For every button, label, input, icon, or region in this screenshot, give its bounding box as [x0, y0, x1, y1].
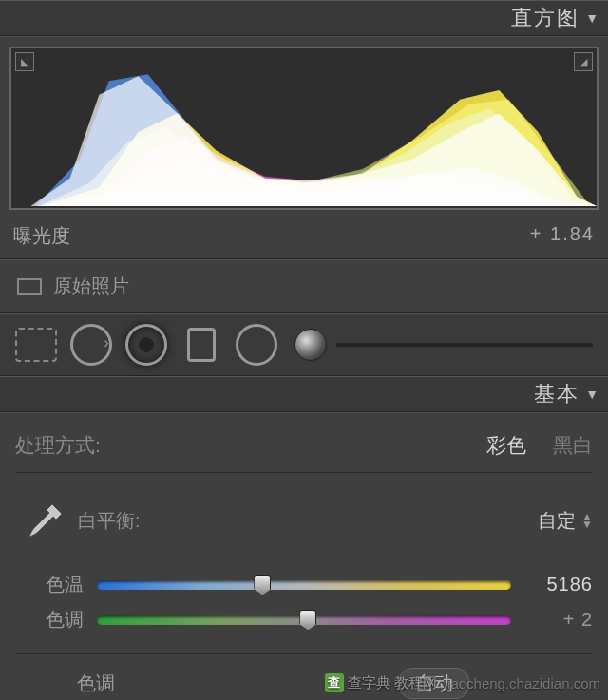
- local-adjust-toolstrip: [0, 313, 608, 376]
- treatment-label: 处理方式:: [15, 432, 101, 459]
- temp-slider-value[interactable]: 5186: [524, 574, 593, 596]
- basic-panel-body: 处理方式: 彩色 黑白 白平衡: 自定 ▲▼ 色温 5186 色调: [0, 412, 608, 700]
- histogram-panel-header[interactable]: 直方图 ▼: [0, 0, 608, 36]
- histogram-readout-label: 曝光度: [13, 223, 70, 249]
- brush-size-track[interactable]: [336, 343, 593, 347]
- white-balance-eyedropper-icon[interactable]: [15, 498, 76, 543]
- graduated-filter-tool-icon[interactable]: [180, 324, 222, 366]
- white-balance-label: 白平衡:: [78, 508, 141, 534]
- updown-icon: ▲▼: [581, 513, 593, 528]
- white-balance-preset-value: 自定: [538, 508, 576, 534]
- wb-sliders-block: 色温 5186 色调 + 2: [15, 553, 593, 654]
- treatment-row: 处理方式: 彩色 黑白: [15, 426, 593, 473]
- histogram-panel-title: 直方图: [511, 4, 580, 32]
- tint-slider-value[interactable]: + 2: [524, 609, 593, 631]
- tone-section-label: 色调: [15, 671, 177, 696]
- tint-slider-label: 色调: [15, 607, 84, 633]
- slider-thumb[interactable]: [299, 610, 316, 631]
- histogram-readout-value: + 1.84: [530, 223, 595, 249]
- spot-removal-tool-icon[interactable]: [70, 324, 112, 366]
- temp-slider-label: 色温: [15, 572, 84, 597]
- white-balance-row: 白平衡: 自定 ▲▼: [15, 482, 593, 543]
- redeye-tool-icon[interactable]: [125, 324, 167, 366]
- watermark-url: jiaocheng.chazidian.com: [445, 675, 600, 691]
- tint-slider-row: 色调 + 2: [15, 607, 593, 633]
- watermark: 查 查字典 教程网 jiaocheng.chazidian.com: [325, 673, 600, 692]
- tint-slider[interactable]: [97, 615, 511, 625]
- crop-tool-icon[interactable]: [15, 328, 57, 362]
- temp-slider[interactable]: [97, 580, 511, 590]
- radial-filter-tool-icon[interactable]: [236, 324, 277, 366]
- treatment-color-option[interactable]: 彩色: [486, 432, 526, 459]
- histogram-graph[interactable]: ◣ ◢: [10, 47, 598, 210]
- original-photo-label: 原始照片: [53, 274, 129, 299]
- basic-panel-title: 基本: [534, 380, 580, 408]
- slider-thumb[interactable]: [254, 575, 271, 596]
- white-balance-preset-select[interactable]: 自定 ▲▼: [538, 508, 593, 534]
- watermark-logo-icon: 查: [325, 673, 344, 692]
- watermark-sub: 教程网: [394, 674, 437, 692]
- temp-slider-row: 色温 5186: [15, 572, 593, 597]
- collapse-triangle-icon: ▼: [585, 387, 598, 402]
- original-photo-checkbox[interactable]: [17, 278, 42, 295]
- brush-size-slider[interactable]: [294, 329, 593, 361]
- watermark-site: 查字典: [348, 674, 390, 692]
- treatment-bw-option[interactable]: 黑白: [553, 432, 593, 459]
- basic-panel-header[interactable]: 基本 ▼: [0, 376, 608, 412]
- adjustment-brush-tool-icon[interactable]: [294, 329, 327, 361]
- histogram-svg: [11, 48, 597, 208]
- collapse-triangle-icon: ▼: [585, 10, 598, 26]
- histogram-section: ◣ ◢ 曝光度 + 1.84: [0, 36, 608, 259]
- original-photo-row[interactable]: 原始照片: [0, 259, 608, 313]
- histogram-readout: 曝光度 + 1.84: [0, 219, 608, 258]
